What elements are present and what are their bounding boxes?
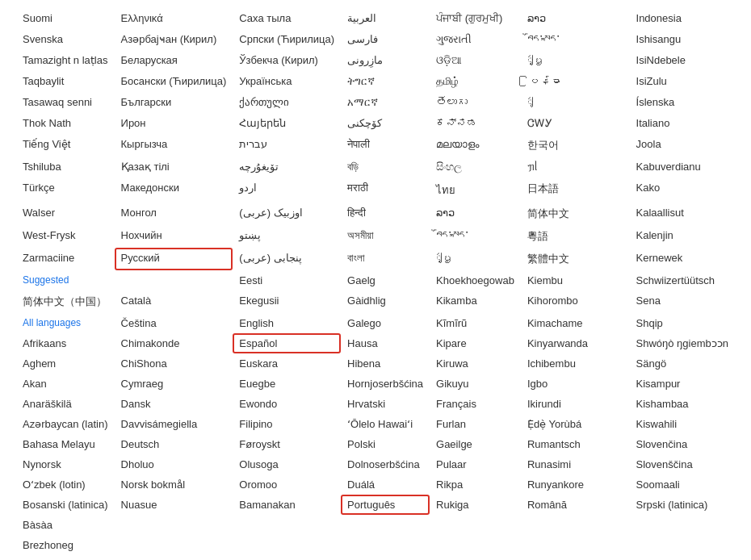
- language-item[interactable]: Ishisangu: [630, 29, 735, 50]
- language-item[interactable]: Hornjoserbšćina: [341, 374, 430, 394]
- language-item[interactable]: Chimakonde: [115, 333, 233, 353]
- language-item[interactable]: Akan: [16, 374, 115, 394]
- language-item[interactable]: فارسی: [341, 29, 430, 50]
- language-item[interactable]: Հայերեն: [233, 113, 341, 134]
- language-item[interactable]: Ichibembu: [521, 353, 594, 374]
- language-item[interactable]: Oromoo: [233, 474, 341, 495]
- language-item[interactable]: ไทย: [430, 178, 521, 203]
- language-item[interactable]: Монгол: [115, 203, 233, 225]
- language-item[interactable]: Українська: [233, 71, 341, 92]
- language-item[interactable]: አማርኛ: [341, 92, 430, 113]
- language-item[interactable]: 粵語: [521, 225, 594, 248]
- language-item[interactable]: Кыргызча: [115, 134, 233, 157]
- language-item[interactable]: Galego: [341, 313, 430, 333]
- language-item[interactable]: नेपाली: [341, 134, 430, 157]
- language-item[interactable]: മലയാളം: [430, 134, 521, 157]
- language-item[interactable]: Русский: [115, 248, 233, 270]
- language-item[interactable]: Kipare: [430, 333, 521, 353]
- language-item[interactable]: Gaeilge: [430, 434, 521, 454]
- language-item[interactable]: Brezhoneg: [16, 535, 115, 555]
- language-item[interactable]: Polski: [341, 434, 430, 454]
- language-item[interactable]: অসমীয়া: [341, 225, 430, 248]
- language-item[interactable]: Euskara: [233, 353, 341, 374]
- language-item[interactable]: ᥟᥣ: [521, 157, 594, 178]
- language-item[interactable]: Slovenčina: [630, 434, 735, 454]
- language-item[interactable]: Shqip: [630, 313, 735, 333]
- language-item[interactable]: Ewondo: [233, 394, 341, 414]
- language-item[interactable]: Nuasue: [115, 495, 233, 515]
- language-item[interactable]: Hibena: [341, 353, 430, 374]
- language-item[interactable]: 简体中文（中国）: [16, 290, 115, 313]
- language-item[interactable]: Bosanski (latinica): [16, 495, 115, 515]
- language-item[interactable]: Eesti: [233, 270, 341, 290]
- language-item[interactable]: Kiruwa: [430, 353, 521, 374]
- language-item[interactable]: 한국어: [521, 134, 594, 157]
- language-item[interactable]: IsiNdebele: [630, 50, 735, 71]
- language-item[interactable]: Deutsch: [115, 434, 233, 454]
- language-item[interactable]: Walser: [16, 203, 115, 225]
- language-item[interactable]: Filipino: [233, 414, 341, 434]
- language-item[interactable]: Slovenščina: [630, 454, 735, 474]
- language-item[interactable]: 繁體中文: [521, 248, 594, 270]
- language-item[interactable]: West-Frysk: [16, 225, 115, 248]
- language-item[interactable]: 日本語: [521, 178, 594, 203]
- language-item[interactable]: Gaelg: [341, 270, 430, 290]
- language-item[interactable]: Español: [233, 333, 341, 353]
- language-item[interactable]: Kikamba: [430, 290, 521, 313]
- language-item[interactable]: Ирон: [115, 113, 233, 134]
- language-item[interactable]: ᩢᩭ᩠ᨮ: [521, 50, 594, 71]
- language-item[interactable]: ʻŌlelo Hawaiʻi: [341, 414, 430, 434]
- language-item[interactable]: Íslenska: [630, 92, 735, 113]
- language-item[interactable]: مازِرونی: [341, 50, 430, 71]
- language-item[interactable]: Kishambaa: [630, 394, 735, 414]
- language-item[interactable]: Indonesia: [630, 8, 735, 29]
- language-item[interactable]: Беларуская: [115, 50, 233, 71]
- language-item[interactable]: සිංහල: [430, 157, 521, 178]
- language-item[interactable]: English: [233, 313, 341, 333]
- language-item[interactable]: Српски (Ћирилица): [233, 29, 341, 50]
- language-item[interactable]: Bahasa Melayu: [16, 434, 115, 454]
- language-item[interactable]: Shwóŋò ŋgiembɔɔn: [630, 333, 735, 353]
- language-item[interactable]: Schwiizertüütsch: [630, 270, 735, 290]
- language-item[interactable]: Kabuverdianu: [630, 157, 735, 178]
- language-item[interactable]: Khoekhoegowab: [430, 270, 521, 290]
- language-item[interactable]: Саха тыла: [233, 8, 341, 29]
- language-item[interactable]: Tiếng Việt: [16, 134, 115, 157]
- language-item[interactable]: Català: [115, 290, 233, 313]
- language-item[interactable]: Pulaar: [430, 454, 521, 474]
- language-item[interactable]: Kimachame: [521, 313, 594, 333]
- language-item[interactable]: Bàsàa: [16, 515, 115, 535]
- language-item[interactable]: Norsk bokmål: [115, 474, 233, 495]
- language-item[interactable]: Română: [521, 495, 594, 515]
- language-item[interactable]: Føroyskt: [233, 434, 341, 454]
- language-item[interactable]: עברית: [233, 134, 341, 157]
- language-item[interactable]: Rikpa: [430, 474, 521, 495]
- language-item[interactable]: Ekegusii: [233, 290, 341, 313]
- language-item[interactable]: Hrvatski: [341, 394, 430, 414]
- language-item[interactable]: Tshiluba: [16, 157, 115, 178]
- language-item[interactable]: Kĩmĩrũ: [430, 313, 521, 333]
- language-item[interactable]: Azərbaycan (latin): [16, 414, 115, 434]
- language-item[interactable]: Afrikaans: [16, 333, 115, 353]
- language-item[interactable]: Sena: [630, 290, 735, 313]
- language-item[interactable]: मराठी: [341, 178, 430, 203]
- language-item[interactable]: Ўзбекча (Кирил): [233, 50, 341, 71]
- language-item[interactable]: ᩢᩭ᩠ᨮ: [430, 248, 521, 270]
- language-item[interactable]: Tasawaq senni: [16, 92, 115, 113]
- language-item[interactable]: ᩢᩭ: [521, 92, 594, 113]
- language-item[interactable]: Zarmaciine: [16, 248, 115, 270]
- language-item[interactable]: Kako: [630, 178, 735, 203]
- language-item[interactable]: تۆیغۇرچه: [233, 157, 341, 178]
- language-item[interactable]: Aghem: [16, 353, 115, 374]
- language-item[interactable]: Kihorombo: [521, 290, 594, 313]
- language-item[interactable]: Ikirundi: [521, 394, 594, 414]
- language-item[interactable]: Thok Nath: [16, 113, 115, 134]
- language-item[interactable]: Anaräškilä: [16, 394, 115, 414]
- language-item[interactable]: Svenska: [16, 29, 115, 50]
- language-item[interactable]: Olusoga: [233, 454, 341, 474]
- language-item[interactable]: Tamazight n laṭlas: [16, 50, 115, 71]
- language-item[interactable]: ქართული: [233, 92, 341, 113]
- language-item[interactable]: ਪੰਜਾਬੀ (ਗੁਰਮੁਖੀ): [430, 8, 521, 29]
- language-item[interactable]: ChiShona: [115, 353, 233, 374]
- language-item[interactable]: Joola: [630, 134, 735, 157]
